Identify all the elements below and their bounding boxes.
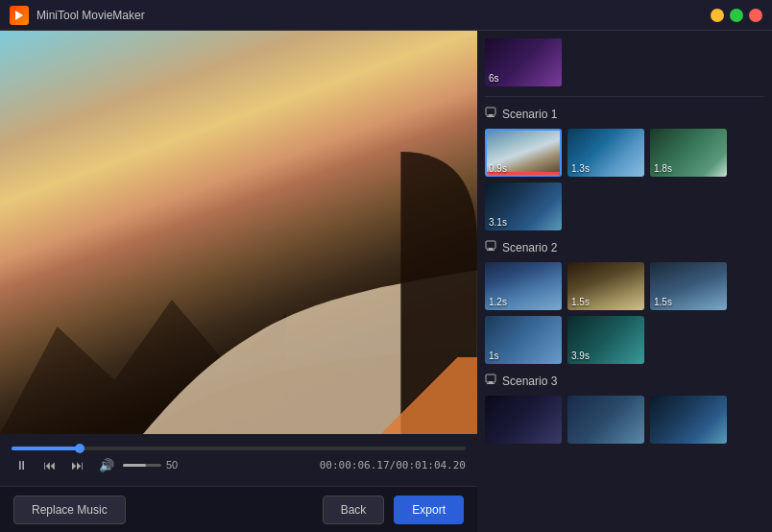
- time-display: 00:00:06.17/00:01:04.20: [320, 459, 466, 472]
- scenario-3-clip-1[interactable]: [485, 396, 562, 444]
- scenario-3: Scenario 3: [485, 374, 764, 444]
- volume-value: 50: [166, 459, 178, 471]
- main-layout: ⏸ ⏮ ⏭ 🔊 50 00:00:06.17/00:01:04.20 Repla…: [0, 31, 772, 532]
- clip-thumbnail: [485, 396, 562, 444]
- scenario-1-header: Scenario 1: [485, 107, 764, 121]
- scenario-3-label: Scenario 3: [502, 375, 557, 388]
- scenario-1-label: Scenario 1: [502, 108, 557, 121]
- svg-rect-6: [489, 248, 493, 250]
- svg-rect-4: [487, 116, 495, 117]
- clip-duration: 1s: [489, 351, 499, 361]
- clip-duration: 1.5s: [654, 297, 672, 307]
- clip-duration: 1.2s: [489, 297, 507, 307]
- svg-marker-0: [15, 11, 23, 20]
- top-clip-duration: 6s: [489, 73, 499, 84]
- scenario-1-clip-4[interactable]: 3.1s: [485, 182, 562, 230]
- scenario-2-grid: 1.2s1.5s1.5s: [485, 262, 764, 310]
- prev-button[interactable]: ⏮: [39, 456, 60, 474]
- scenario-1-grid-row: 3.1s: [485, 182, 764, 230]
- scenario-2-icon: [485, 240, 496, 254]
- svg-rect-10: [487, 383, 495, 384]
- svg-rect-5: [486, 241, 495, 249]
- scenario-1-grid: 0.9s1.3s1.8s: [485, 129, 764, 177]
- app-title: MiniTool MovieMaker: [36, 9, 711, 22]
- clip-duration: 1.8s: [654, 163, 672, 174]
- video-controls: ⏸ ⏮ ⏭ 🔊 50 00:00:06.17/00:01:04.20: [0, 434, 477, 486]
- volume-control: 🔊 50: [95, 456, 178, 474]
- clip-duration: 1.5s: [571, 297, 590, 307]
- title-bar: MiniTool MovieMaker − □ ×: [0, 0, 772, 31]
- next-button[interactable]: ⏭: [67, 456, 87, 474]
- scenario-2-label: Scenario 2: [502, 241, 557, 254]
- scenario-2-clip-4[interactable]: 1s: [485, 316, 562, 364]
- total-time: 00:01:04.20: [396, 459, 466, 472]
- scenario-2-header: Scenario 2: [485, 240, 764, 254]
- scenario-1-icon: [485, 107, 496, 121]
- top-clip[interactable]: 6s: [485, 38, 562, 86]
- scenario-3-clip-3[interactable]: [650, 396, 727, 444]
- right-panel[interactable]: 6s Scenario 10.9s1.3s1.8s3.1sScenario 21…: [477, 31, 772, 532]
- scenario-1-clip-2[interactable]: 1.3s: [567, 129, 644, 177]
- volume-icon[interactable]: 🔊: [95, 456, 118, 474]
- progress-fill: [12, 447, 80, 450]
- back-button[interactable]: Back: [323, 496, 385, 524]
- progress-handle[interactable]: [75, 444, 84, 453]
- controls-row: ⏸ ⏮ ⏭ 🔊 50 00:00:06.17/00:01:04.20: [12, 456, 466, 474]
- scenario-3-header: Scenario 3: [485, 374, 764, 388]
- orange-accent: [362, 357, 477, 434]
- svg-rect-8: [486, 375, 495, 382]
- scenario-3-grid: [485, 396, 764, 444]
- video-player: [0, 31, 477, 434]
- clip-duration: 1.3s: [571, 163, 590, 174]
- top-clip-section: 6s: [485, 38, 764, 97]
- clip-duration: 3.1s: [489, 217, 507, 228]
- clip-thumbnail: [650, 396, 727, 444]
- scenario-3-clip-2[interactable]: [567, 396, 644, 444]
- current-time: 00:00:06.17: [320, 459, 390, 472]
- scenario-2-clip-2[interactable]: 1.5s: [567, 262, 644, 310]
- export-button[interactable]: Export: [394, 496, 464, 524]
- clip-thumbnail: [567, 396, 644, 444]
- replace-music-button[interactable]: Replace Music: [13, 496, 126, 524]
- bottom-action-row: Replace Music Back Export: [0, 486, 477, 532]
- volume-bar[interactable]: [123, 464, 161, 467]
- scenarios-container: Scenario 10.9s1.3s1.8s3.1sScenario 21.2s…: [485, 107, 764, 444]
- scenario-3-icon: [485, 374, 496, 388]
- minimize-button[interactable]: −: [711, 9, 724, 22]
- scenario-1-clip-1[interactable]: 0.9s: [485, 129, 562, 177]
- svg-rect-9: [489, 381, 493, 383]
- scenario-1-clip-3[interactable]: 1.8s: [650, 129, 727, 177]
- window-controls: − □ ×: [711, 9, 762, 22]
- maximize-button[interactable]: □: [730, 9, 743, 22]
- svg-rect-3: [489, 114, 493, 116]
- close-button[interactable]: ×: [749, 9, 762, 22]
- pause-button[interactable]: ⏸: [12, 456, 32, 474]
- svg-rect-2: [486, 108, 495, 115]
- scenario-2-clip-3[interactable]: 1.5s: [650, 262, 727, 310]
- scenario-2-grid-row: 1s3.9s: [485, 316, 764, 364]
- clip-duration: 3.9s: [571, 351, 590, 361]
- app-logo: [10, 6, 29, 25]
- left-panel: ⏸ ⏮ ⏭ 🔊 50 00:00:06.17/00:01:04.20 Repla…: [0, 31, 477, 532]
- scenario-1: Scenario 10.9s1.3s1.8s3.1s: [485, 107, 764, 230]
- scenario-2: Scenario 21.2s1.5s1.5s1s3.9s: [485, 240, 764, 364]
- progress-bar[interactable]: [12, 447, 466, 450]
- svg-rect-7: [487, 250, 495, 251]
- volume-fill: [123, 464, 146, 467]
- scenario-2-clip-5[interactable]: 3.9s: [567, 316, 644, 364]
- scenario-2-clip-1[interactable]: 1.2s: [485, 262, 562, 310]
- clip-duration: 0.9s: [489, 163, 507, 174]
